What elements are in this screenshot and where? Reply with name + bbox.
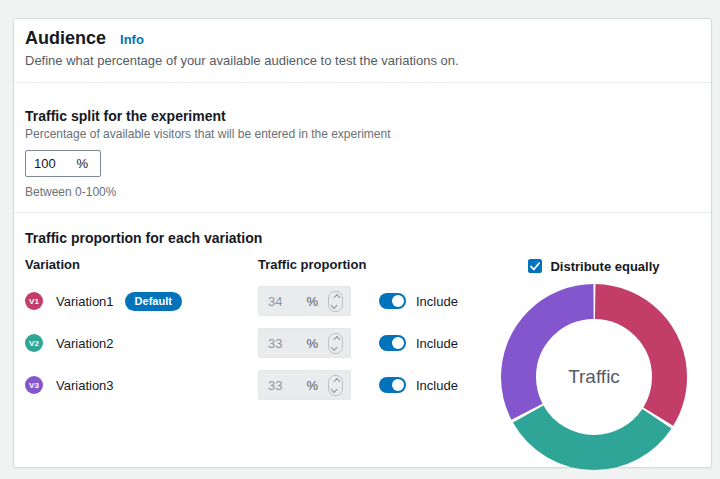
- include-toggle[interactable]: [379, 293, 406, 309]
- proportion-field: %: [258, 328, 351, 358]
- variation1-badge: V1: [25, 292, 43, 310]
- toggle-knob: [392, 337, 404, 349]
- distribute-equally-row: Distribute equally: [528, 257, 659, 275]
- proportion-unit: %: [306, 378, 318, 393]
- number-stepper[interactable]: [328, 375, 343, 396]
- traffic-split-title: Traffic split for the experiment: [25, 107, 700, 125]
- include-label: Include: [416, 378, 458, 393]
- include-toggle[interactable]: [379, 377, 406, 393]
- variation-name: Variation2: [56, 336, 114, 351]
- traffic-split-unit: %: [76, 156, 88, 171]
- traffic-proportion-title: Traffic proportion for each variation: [25, 229, 700, 247]
- number-stepper[interactable]: [328, 333, 343, 354]
- toggle-knob: [392, 379, 404, 391]
- chevron-down-icon: [331, 343, 338, 350]
- table-row-variation2-name: V2 Variation2: [25, 334, 258, 352]
- distribute-equally-label: Distribute equally: [550, 259, 659, 274]
- default-badge: Default: [125, 292, 182, 311]
- variation-name: Variation3: [56, 378, 114, 393]
- traffic-split-field: %: [25, 150, 101, 177]
- traffic-chart-column: Distribute equally Traffic: [488, 257, 700, 472]
- proportion-input[interactable]: [268, 378, 294, 393]
- proportion-input[interactable]: [268, 294, 294, 309]
- info-link[interactable]: Info: [120, 32, 144, 47]
- traffic-donut-chart: Traffic: [499, 282, 689, 472]
- table-row-variation3-include: Include: [379, 377, 488, 393]
- proportion-input[interactable]: [268, 336, 294, 351]
- audience-panel: Audience Info Define what percentage of …: [13, 18, 712, 468]
- table-row-variation2-proportion: %: [258, 328, 368, 358]
- variation2-badge: V2: [25, 334, 43, 352]
- proportion-unit: %: [306, 294, 318, 309]
- panel-description: Define what percentage of your available…: [25, 52, 700, 70]
- panel-header: Audience Info Define what percentage of …: [14, 19, 711, 82]
- table-row-variation3-proportion: %: [258, 370, 368, 400]
- traffic-split-input[interactable]: [34, 156, 68, 171]
- proportion-field: %: [258, 286, 351, 316]
- chevron-up-icon: [333, 377, 340, 384]
- variation-table: Variation Traffic proportion V1 Variatio…: [25, 257, 488, 472]
- chevron-up-icon: [333, 335, 340, 342]
- table-row-variation1-include: Include: [379, 293, 488, 309]
- chevron-down-icon: [331, 301, 338, 308]
- toggle-knob: [392, 295, 404, 307]
- variation-name: Variation1: [56, 294, 114, 309]
- proportion-unit: %: [306, 336, 318, 351]
- donut-svg: [499, 282, 689, 472]
- table-row-variation3-name: V3 Variation3: [25, 376, 258, 394]
- page-title: Audience: [25, 28, 106, 49]
- traffic-split-constraint: Between 0-100%: [25, 185, 700, 199]
- table-row-variation2-include: Include: [379, 335, 488, 351]
- column-header-variation: Variation: [25, 257, 258, 274]
- traffic-proportion-section: Traffic proportion for each variation Va…: [14, 213, 711, 472]
- traffic-split-description: Percentage of available visitors that wi…: [25, 126, 700, 142]
- number-stepper[interactable]: [328, 291, 343, 312]
- table-row-variation1-name: V1 Variation1 Default: [25, 292, 258, 311]
- include-toggle[interactable]: [379, 335, 406, 351]
- distribute-equally-checkbox[interactable]: [528, 259, 542, 273]
- proportion-field: %: [258, 370, 351, 400]
- include-label: Include: [416, 336, 458, 351]
- column-header-traffic-proportion: Traffic proportion: [258, 257, 488, 274]
- traffic-split-section: Traffic split for the experiment Percent…: [14, 83, 711, 212]
- include-label: Include: [416, 294, 458, 309]
- chevron-down-icon: [331, 385, 338, 392]
- variation3-badge: V3: [25, 376, 43, 394]
- table-row-variation1-proportion: %: [258, 286, 368, 316]
- chevron-up-icon: [333, 293, 340, 300]
- checkmark-icon: [530, 262, 540, 271]
